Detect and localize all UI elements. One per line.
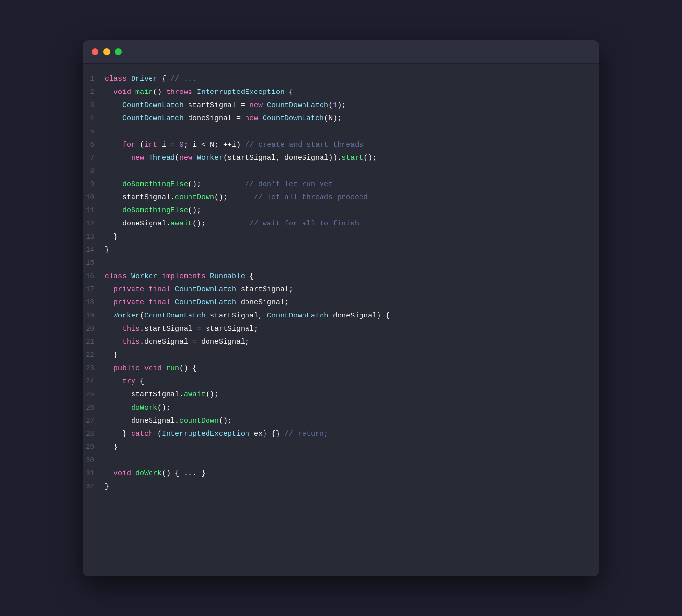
token-kw: class (105, 75, 131, 83)
token-plain (105, 404, 131, 412)
token-kw: for (122, 141, 140, 149)
code-line: 26 doWork(); (83, 402, 599, 415)
token-comment: // let all threads proceed (254, 193, 368, 202)
token-plain: startSignal. (105, 391, 184, 399)
token-type: CountDownLatch (175, 285, 236, 294)
line-number: 2 (83, 87, 105, 98)
line-content: for (int i = 0; i < N; ++i) // create an… (105, 139, 363, 151)
token-plain: doneSignal = (184, 114, 245, 123)
line-number: 4 (83, 113, 105, 124)
line-number: 20 (83, 323, 105, 335)
token-type: CountDownLatch (122, 114, 184, 123)
token-fn: run (166, 364, 179, 373)
token-kw: this (122, 325, 140, 333)
token-kw: new (245, 114, 263, 123)
token-kw: private final (114, 299, 175, 307)
code-line: 1class Driver { // ... (83, 74, 599, 87)
line-number: 17 (83, 284, 105, 295)
token-plain: } (105, 246, 109, 254)
token-type: Worker (131, 272, 157, 280)
code-line: 22 } (83, 350, 599, 363)
token-type: Thread (149, 154, 175, 162)
token-plain (105, 180, 122, 188)
line-content: } (105, 442, 118, 454)
line-content: doSomethingElse(); // don't let run yet (105, 179, 333, 191)
token-type: CountDownLatch (175, 299, 236, 307)
line-content: new Thread(new Worker(startSignal, doneS… (105, 152, 377, 165)
line-content: public void run() { (105, 363, 197, 375)
token-plain: startSignal = (184, 101, 249, 110)
code-line: 16class Worker implements Runnable { (83, 271, 599, 284)
line-content: startSignal.await(); (105, 389, 219, 401)
line-number: 3 (83, 100, 105, 111)
token-plain: (); (363, 154, 377, 162)
code-line: 11 doSomethingElse(); (83, 205, 599, 218)
token-plain: } (105, 443, 118, 451)
line-number: 8 (83, 166, 105, 177)
token-kw: try (122, 377, 140, 386)
maximize-button[interactable] (115, 48, 122, 55)
token-plain: (N); (324, 114, 341, 123)
token-type: Worker (114, 312, 140, 320)
code-line: 10 startSignal.countDown(); // let all t… (83, 192, 599, 205)
line-content (105, 126, 109, 138)
line-content: } (105, 350, 118, 362)
token-kw: private final (114, 285, 175, 294)
token-plain: ( (175, 154, 179, 162)
minimize-button[interactable] (103, 48, 110, 55)
token-plain (105, 299, 114, 307)
code-line: 17 private final CountDownLatch startSig… (83, 284, 599, 297)
token-plain: startSignal, (206, 312, 267, 320)
line-number: 13 (83, 231, 105, 243)
token-plain (105, 325, 122, 333)
token-plain: ); (337, 101, 346, 110)
line-content: private final CountDownLatch doneSignal; (105, 297, 289, 309)
token-plain: ( (140, 312, 144, 320)
code-line: 7 new Thread(new Worker(startSignal, don… (83, 152, 599, 166)
token-plain (105, 114, 122, 123)
token-plain: (); (219, 417, 232, 425)
code-line: 6 for (int i = 0; i < N; ++i) // create … (83, 139, 599, 152)
token-type: Worker (197, 154, 223, 162)
line-content: startSignal.countDown(); // let all thre… (105, 192, 368, 204)
token-plain: i = (157, 141, 179, 149)
token-plain: () (153, 88, 166, 96)
code-line: 28 } catch (InterruptedException ex) {} … (83, 429, 599, 442)
code-line: 31 void doWork() { ... } (83, 468, 599, 481)
line-content: void doWork() { ... } (105, 468, 206, 480)
token-plain: } (105, 351, 118, 359)
token-type: Runnable (210, 272, 245, 280)
token-kw: void (114, 88, 135, 96)
line-number: 16 (83, 271, 105, 282)
token-plain (105, 141, 122, 149)
code-line: 4 CountDownLatch doneSignal = new CountD… (83, 113, 599, 126)
token-plain: () { (179, 364, 197, 373)
line-content: private final CountDownLatch startSignal… (105, 284, 293, 296)
close-button[interactable] (92, 48, 98, 55)
token-plain: (); (206, 391, 219, 399)
token-plain: ( (140, 141, 144, 149)
line-number: 12 (83, 218, 105, 229)
token-plain: (); (157, 404, 170, 412)
line-number: 1 (83, 74, 105, 85)
token-plain: ( (157, 430, 162, 438)
token-fn: countDown (175, 193, 214, 202)
code-line: 20 this.startSignal = startSignal; (83, 323, 599, 336)
token-type: CountDownLatch (263, 114, 324, 123)
code-line: 21 this.doneSignal = doneSignal; (83, 336, 599, 350)
token-plain (105, 101, 122, 110)
token-kw: new (179, 154, 197, 162)
line-content: doneSignal.countDown(); (105, 415, 232, 428)
token-plain: doneSignal. (105, 417, 179, 425)
code-line: 25 startSignal.await(); (83, 389, 599, 402)
line-content: doSomethingElse(); (105, 205, 201, 217)
line-content: class Worker implements Runnable { (105, 271, 254, 283)
line-number: 32 (83, 481, 105, 492)
code-line: 30 (83, 455, 599, 468)
line-number: 29 (83, 442, 105, 453)
token-comment: // ... (170, 75, 197, 83)
token-plain: (); (188, 180, 245, 188)
token-comment: // wait for all to finish (249, 220, 359, 228)
token-plain (105, 377, 122, 386)
token-kw: class (105, 272, 131, 280)
